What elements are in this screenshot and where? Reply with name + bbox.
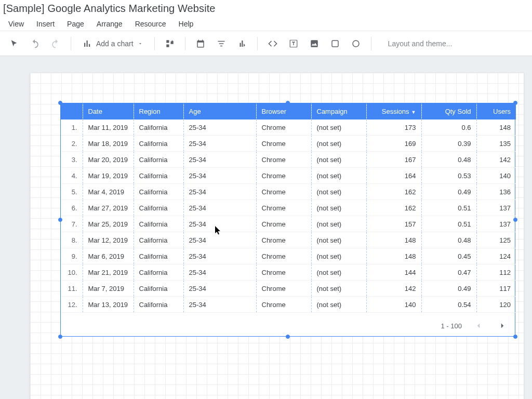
rectangle-button[interactable] — [326, 35, 344, 52]
cell-age: 25-34 — [183, 281, 256, 297]
cell-campaign: (not set) — [311, 297, 366, 313]
cell-users: 120 — [476, 297, 516, 313]
resize-handle[interactable] — [58, 218, 62, 222]
cell-age: 25-34 — [183, 152, 256, 168]
bar-chart-icon — [83, 39, 92, 48]
table-row[interactable]: 11.Mar 7, 2019California25-34Chrome(not … — [61, 281, 516, 297]
cell-region: California — [134, 200, 183, 216]
cell-index: 2. — [61, 136, 83, 152]
svg-rect-1 — [166, 44, 169, 47]
circle-button[interactable] — [347, 35, 365, 52]
cell-qty: 0.48 — [421, 152, 476, 168]
data-control-button[interactable] — [233, 35, 251, 52]
cell-region: California — [134, 152, 183, 168]
col-browser[interactable]: Browser — [256, 103, 311, 119]
cell-index: 7. — [61, 216, 83, 232]
toolbar-separator — [185, 37, 185, 50]
cell-date: Mar 27, 2019 — [83, 200, 134, 216]
col-date[interactable]: Date — [83, 103, 134, 119]
menu-page[interactable]: Page — [62, 18, 89, 30]
table-row[interactable]: 1.Mar 11, 2019California25-34Chrome(not … — [61, 119, 516, 136]
cell-index: 6. — [61, 200, 83, 216]
col-users[interactable]: Users — [476, 103, 516, 119]
report-page[interactable]: Date Region Age Browser Campaign Session… — [30, 73, 524, 399]
data-table: Date Region Age Browser Campaign Session… — [61, 103, 516, 313]
table-row[interactable]: 5.Mar 4, 2019California25-34Chrome(not s… — [61, 184, 516, 200]
cell-date: Mar 21, 2019 — [83, 264, 134, 281]
cell-region: California — [134, 184, 183, 200]
community-visualizations-button[interactable] — [161, 35, 179, 52]
undo-button[interactable] — [26, 35, 44, 52]
cell-users: 124 — [476, 248, 516, 264]
table-row[interactable]: 3.Mar 20, 2019California25-34Chrome(not … — [61, 152, 516, 168]
table-chart-selected[interactable]: Date Region Age Browser Campaign Session… — [60, 103, 515, 337]
cell-region: California — [134, 248, 183, 264]
menu-view[interactable]: View — [3, 18, 29, 30]
cell-sessions: 162 — [366, 200, 421, 216]
cell-users: 117 — [476, 281, 516, 297]
cell-index: 9. — [61, 248, 83, 264]
cell-browser: Chrome — [256, 136, 311, 152]
col-qty-sold[interactable]: Qty Sold — [421, 103, 476, 119]
prev-page-button[interactable] — [471, 318, 486, 333]
next-page-button[interactable] — [495, 318, 510, 333]
cell-date: Mar 12, 2019 — [83, 232, 134, 248]
cell-users: 148 — [476, 119, 516, 136]
table-row[interactable]: 2.Mar 18, 2019California25-34Chrome(not … — [61, 136, 516, 152]
cell-region: California — [134, 136, 183, 152]
resize-handle[interactable] — [58, 335, 62, 339]
table-row[interactable]: 9.Mar 6, 2019California25-34Chrome(not s… — [61, 248, 516, 264]
image-button[interactable] — [305, 35, 323, 52]
menu-arrange[interactable]: Arrange — [91, 18, 128, 30]
col-campaign[interactable]: Campaign — [311, 103, 366, 119]
table-header-row: Date Region Age Browser Campaign Session… — [61, 103, 516, 119]
cell-users: 136 — [476, 184, 516, 200]
cell-browser: Chrome — [256, 119, 311, 136]
cell-date: Mar 11, 2019 — [83, 119, 134, 136]
cell-qty: 0.39 — [421, 136, 476, 152]
embed-button[interactable] — [264, 35, 282, 52]
cell-region: California — [134, 232, 183, 248]
table-row[interactable]: 10.Mar 21, 2019California25-34Chrome(not… — [61, 264, 516, 281]
text-button[interactable] — [285, 35, 302, 52]
menu-resource[interactable]: Resource — [130, 18, 171, 30]
cell-sessions: 167 — [366, 152, 421, 168]
redo-button[interactable] — [47, 35, 64, 52]
table-row[interactable]: 6.Mar 27, 2019California25-34Chrome(not … — [61, 200, 516, 216]
document-title[interactable]: [Sample] Google Analytics Marketing Webs… — [0, 0, 532, 17]
table-row[interactable]: 7.Mar 25, 2019California25-34Chrome(not … — [61, 216, 516, 232]
menu-help[interactable]: Help — [174, 18, 199, 30]
col-index[interactable] — [61, 103, 83, 119]
table-row[interactable]: 4.Mar 19, 2019California25-34Chrome(not … — [61, 168, 516, 184]
col-sessions[interactable]: Sessions▼ — [366, 103, 421, 119]
cell-age: 25-34 — [183, 248, 256, 264]
cell-campaign: (not set) — [311, 216, 366, 232]
resize-handle[interactable] — [513, 218, 517, 222]
layout-theme-button[interactable]: Layout and theme... — [388, 39, 453, 48]
svg-point-5 — [353, 41, 359, 47]
cell-browser: Chrome — [256, 232, 311, 248]
canvas[interactable]: Date Region Age Browser Campaign Session… — [0, 56, 532, 399]
cell-region: California — [134, 297, 183, 313]
cell-index: 5. — [61, 184, 83, 200]
table-row[interactable]: 8.Mar 12, 2019California25-34Chrome(not … — [61, 232, 516, 248]
menu-insert[interactable]: Insert — [31, 18, 60, 30]
resize-handle[interactable] — [286, 335, 290, 339]
date-range-button[interactable] — [192, 35, 209, 52]
cell-age: 25-34 — [183, 119, 256, 136]
add-chart-button[interactable]: Add a chart — [77, 35, 148, 52]
cell-sessions: 148 — [366, 248, 421, 264]
table-row[interactable]: 12.Mar 13, 2019California25-34Chrome(not… — [61, 297, 516, 313]
col-age[interactable]: Age — [183, 103, 256, 119]
toolbar-separator — [71, 37, 71, 50]
cell-browser: Chrome — [256, 248, 311, 264]
cell-sessions: 162 — [366, 184, 421, 200]
add-chart-label: Add a chart — [96, 39, 134, 48]
filter-control-button[interactable] — [212, 35, 230, 52]
cell-sessions: 140 — [366, 297, 421, 313]
select-tool-button[interactable] — [5, 35, 23, 52]
cell-sessions: 157 — [366, 216, 421, 232]
col-region[interactable]: Region — [134, 103, 183, 119]
resize-handle[interactable] — [513, 335, 517, 339]
cell-qty: 0.45 — [421, 248, 476, 264]
